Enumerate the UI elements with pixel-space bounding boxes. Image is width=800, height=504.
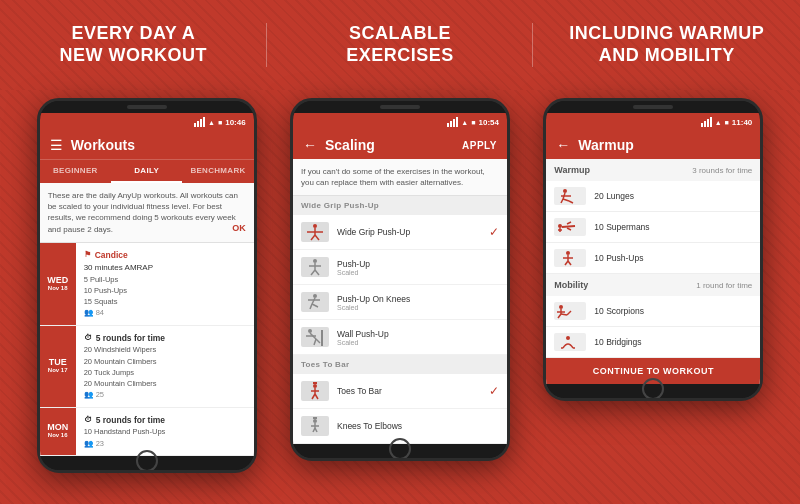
apply-button[interactable]: APPLY bbox=[462, 140, 497, 151]
svg-line-19 bbox=[316, 339, 320, 343]
svg-line-42 bbox=[562, 226, 575, 227]
workout-row-wed[interactable]: WED Nov 18 ⚑ Candice 30 minutes AMRAP 5 … bbox=[40, 243, 254, 326]
section-wide-grip: Wide Grip Push-Up bbox=[293, 196, 507, 215]
check-wide-grip: ✓ bbox=[489, 225, 499, 239]
workouts-header: ☰ Workouts bbox=[40, 131, 254, 159]
workouts-title: Workouts bbox=[71, 137, 244, 153]
svg-line-55 bbox=[567, 311, 571, 315]
banner: EVERY DAY A NEW WORKOUT SCALABLE EXERCIS… bbox=[0, 0, 800, 90]
svg-point-50 bbox=[559, 305, 563, 309]
svg-point-39 bbox=[558, 224, 562, 228]
workout-date-wed: WED Nov 18 bbox=[40, 243, 76, 325]
workout-row-tue[interactable]: TUE Nov 17 ⏱ 5 rounds for time 20 Windsh… bbox=[40, 326, 254, 408]
status-bar-2: ▲ ■ 10:54 bbox=[293, 113, 507, 131]
svg-point-56 bbox=[566, 336, 570, 340]
menu-icon[interactable]: ☰ bbox=[50, 137, 63, 153]
exercise-icon-wgp bbox=[301, 222, 329, 242]
svg-line-8 bbox=[311, 270, 315, 275]
workout-date-mon: MON Nov 16 bbox=[40, 408, 76, 455]
scaling-title: Scaling bbox=[325, 137, 454, 153]
svg-line-31 bbox=[315, 428, 317, 432]
workouts-content: These are the daily AnyUp workouts. All … bbox=[40, 183, 254, 456]
exercise-icon-pu bbox=[301, 257, 329, 277]
svg-line-37 bbox=[563, 199, 569, 201]
flag-icon-1: ⚑ bbox=[84, 249, 91, 261]
banner-item-2: SCALABLE EXERCISES bbox=[267, 13, 534, 76]
svg-line-3 bbox=[311, 235, 315, 240]
status-bar-1: ▲ ■ 10:46 bbox=[40, 113, 254, 131]
workout-date-tue: TUE Nov 17 bbox=[40, 326, 76, 407]
tab-bar-1: BEGINNER DAILY BENCHMARK bbox=[40, 159, 254, 183]
svg-line-36 bbox=[561, 199, 563, 203]
svg-line-53 bbox=[558, 314, 561, 318]
scaling-info: If you can't do some of the exercises in… bbox=[293, 159, 507, 196]
exercise-pushup-knees[interactable]: Push-Up On Knees Scaled bbox=[293, 285, 507, 320]
mobility-icon-bridgings bbox=[554, 333, 586, 351]
svg-line-9 bbox=[315, 270, 319, 275]
warmup-content: Warmup 3 rounds for time 20 Lunges 10 Su… bbox=[546, 159, 760, 384]
warmup-ex-pushups[interactable]: 10 Push-Ups bbox=[546, 243, 760, 274]
svg-line-18 bbox=[314, 339, 316, 345]
scaling-header: ← Scaling APPLY bbox=[293, 131, 507, 159]
svg-line-13 bbox=[310, 304, 312, 309]
svg-line-4 bbox=[315, 235, 319, 240]
time-3: 11:40 bbox=[732, 118, 752, 127]
svg-point-45 bbox=[566, 251, 570, 255]
exercise-toes-to-bar[interactable]: Toes To Bar ✓ bbox=[293, 374, 507, 409]
battery-icon-1: ■ bbox=[218, 119, 222, 126]
exercise-wall-pushup[interactable]: Wall Push-Up Scaled bbox=[293, 320, 507, 355]
svg-point-33 bbox=[563, 189, 567, 193]
svg-point-15 bbox=[308, 329, 312, 333]
svg-point-27 bbox=[313, 419, 317, 423]
phones-container: ▲ ■ 10:46 ☰ Workouts BEGINNER DAILY BENC… bbox=[0, 90, 800, 504]
mobility-ex-scorpions[interactable]: 10 Scorpions bbox=[546, 296, 760, 327]
warmup-header: ← Warmup bbox=[546, 131, 760, 159]
people-icon-2: 👥 bbox=[84, 389, 93, 400]
warmup-icon-supermans bbox=[554, 218, 586, 236]
svg-point-21 bbox=[313, 384, 317, 388]
svg-point-0 bbox=[313, 224, 317, 228]
mobility-icon-scorpions bbox=[554, 302, 586, 320]
banner-item-3: INCLUDING WARMUP AND MOBILITY bbox=[533, 13, 800, 76]
tab-daily[interactable]: DAILY bbox=[111, 160, 182, 183]
status-bar-3: ▲ ■ 11:40 bbox=[546, 113, 760, 131]
svg-point-10 bbox=[313, 294, 317, 298]
banner-item-1: EVERY DAY A NEW WORKOUT bbox=[0, 13, 267, 76]
phone-warmup: ▲ ■ 11:40 ← Warmup Warmup 3 rounds for t… bbox=[543, 98, 763, 401]
back-icon-scaling[interactable]: ← bbox=[303, 137, 317, 153]
tab-beginner[interactable]: BEGINNER bbox=[40, 160, 111, 183]
svg-point-5 bbox=[313, 259, 317, 263]
tab-benchmark[interactable]: BENCHMARK bbox=[182, 160, 253, 183]
svg-line-54 bbox=[561, 314, 567, 315]
svg-line-24 bbox=[312, 394, 315, 399]
scaling-content: If you can't do some of the exercises in… bbox=[293, 159, 507, 444]
mobility-section-header: Mobility 1 round for time bbox=[546, 274, 760, 296]
workouts-info: These are the daily AnyUp workouts. All … bbox=[40, 183, 254, 243]
exercise-icon-puk bbox=[301, 292, 329, 312]
svg-line-49 bbox=[568, 261, 571, 265]
section-toes-to-bar: Toes To Bar bbox=[293, 355, 507, 374]
workout-row-mon[interactable]: MON Nov 16 ⏱ 5 rounds for time 10 Handst… bbox=[40, 408, 254, 456]
warmup-section-header: Warmup 3 rounds for time bbox=[546, 159, 760, 181]
check-toes-bar: ✓ bbox=[489, 384, 499, 398]
svg-line-14 bbox=[312, 304, 318, 307]
back-icon-warmup[interactable]: ← bbox=[556, 137, 570, 153]
exercise-icon-ttb bbox=[301, 381, 329, 401]
ok-button[interactable]: OK bbox=[232, 222, 246, 235]
warmup-ex-lunges[interactable]: 20 Lunges bbox=[546, 181, 760, 212]
warmup-icon-pushups bbox=[554, 249, 586, 267]
exercise-pushup[interactable]: Push-Up Scaled bbox=[293, 250, 507, 285]
exercise-icon-wp bbox=[301, 327, 329, 347]
phone-workouts: ▲ ■ 10:46 ☰ Workouts BEGINNER DAILY BENC… bbox=[37, 98, 257, 473]
people-icon-3: 👥 bbox=[84, 438, 93, 449]
svg-line-43 bbox=[567, 222, 571, 224]
time-2: 10:54 bbox=[479, 118, 499, 127]
warmup-icon-lunges bbox=[554, 187, 586, 205]
exercise-icon-ke bbox=[301, 416, 329, 436]
exercise-wide-grip-pushup[interactable]: Wide Grip Push-Up ✓ bbox=[293, 215, 507, 250]
people-icon-1: 👥 bbox=[84, 307, 93, 318]
warmup-ex-supermans[interactable]: 10 Supermans bbox=[546, 212, 760, 243]
svg-line-25 bbox=[315, 394, 318, 399]
phone-scaling: ▲ ■ 10:54 ← Scaling APPLY If you can't d… bbox=[290, 98, 510, 461]
mobility-ex-bridgings[interactable]: 10 Bridgings bbox=[546, 327, 760, 358]
